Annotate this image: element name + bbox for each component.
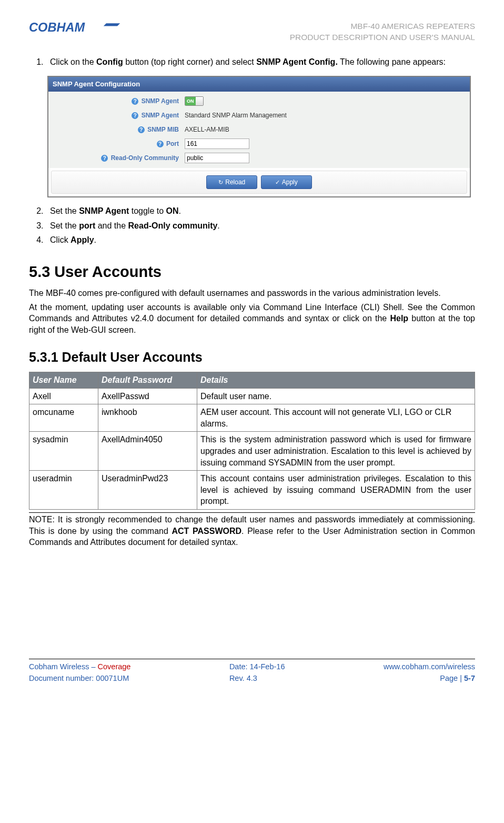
footer-middle: Date: 14-Feb-16 Rev. 4.3 <box>229 661 285 685</box>
table-row: Axell AxellPasswd Default user name. <box>29 388 475 404</box>
step-3: Set the port and the Read-Only community… <box>46 220 475 232</box>
reload-button[interactable]: ↻Reload <box>206 175 257 189</box>
help-icon[interactable]: ? <box>132 112 138 119</box>
row-port: ? Port <box>48 137 470 151</box>
footer-left: Cobham Wireless – Coverage Document numb… <box>29 661 130 685</box>
community-input[interactable] <box>185 153 249 163</box>
doc-title-line1: MBF-40 AMERICAS REPEATERS <box>290 21 475 32</box>
help-icon[interactable]: ? <box>132 98 138 105</box>
panel-buttons: ↻Reload ✓Apply <box>51 171 467 194</box>
step-1: Click on the Config button (top right co… <box>46 56 475 68</box>
help-icon[interactable]: ? <box>157 141 164 147</box>
help-icon[interactable]: ? <box>101 155 108 162</box>
table-row: sysadmin AxellAdmin4050 This is the syst… <box>29 432 475 471</box>
row-agent-toggle: ? SNMP Agent ON <box>48 94 470 108</box>
step-2: Set the SNMP Agent toggle to ON. <box>46 205 475 217</box>
document-title: MBF-40 AMERICAS REPEATERS PRODUCT DESCRI… <box>290 21 475 43</box>
page-header: COBHAM MBF-40 AMERICAS REPEATERS PRODUCT… <box>29 21 475 43</box>
step-list-bottom: Set the SNMP Agent toggle to ON. Set the… <box>29 205 475 246</box>
step-4: Click Apply. <box>46 234 475 246</box>
footer-url: www.cobham.com/wireless <box>384 661 475 673</box>
table-row: useradmin UseradminPwd23 This account co… <box>29 471 475 510</box>
agent-desc-value: Standard SNMP Alarm Management <box>182 111 287 120</box>
help-icon[interactable]: ? <box>138 126 145 133</box>
step-list-top: Click on the Config button (top right co… <box>29 56 475 68</box>
doc-title-line2: PRODUCT DESCRIPTION AND USER'S MANUAL <box>290 32 475 43</box>
snmp-config-screenshot: SNMP Agent Configuration ? SNMP Agent ON… <box>47 76 471 197</box>
svg-text:COBHAM: COBHAM <box>29 21 86 34</box>
row-agent-desc: ? SNMP Agent Standard SNMP Alarm Managem… <box>48 108 470 123</box>
th-details: Details <box>197 372 475 389</box>
company-logo: COBHAM <box>29 21 121 35</box>
table-note: NOTE: It is strongly recommended to chan… <box>29 512 475 548</box>
snmp-agent-toggle[interactable]: ON <box>185 96 204 106</box>
panel-title: SNMP Agent Configuration <box>48 77 470 92</box>
th-username: User Name <box>29 372 98 389</box>
mib-value: AXELL-AM-MIB <box>182 125 229 134</box>
table-row: omcuname iwnkhoob AEM user account. This… <box>29 404 475 432</box>
reload-icon: ↻ <box>218 179 223 185</box>
panel-body: ? SNMP Agent ON ? SNMP Agent Standard SN… <box>48 92 470 168</box>
footer-right: www.cobham.com/wireless Page | 5-7 <box>384 661 475 685</box>
row-community: ? Read-Only Community <box>48 151 470 165</box>
port-input[interactable] <box>185 138 249 149</box>
sect53-p2: At the moment, updating user accounts is… <box>29 302 475 336</box>
th-password: Default Password <box>98 372 197 389</box>
user-accounts-table: User Name Default Password Details Axell… <box>29 372 475 510</box>
heading-5-3: 5.3 User Accounts <box>29 262 475 282</box>
check-icon: ✓ <box>275 179 280 185</box>
heading-5-3-1: 5.3.1 Default User Accounts <box>29 349 475 366</box>
apply-button[interactable]: ✓Apply <box>261 175 312 189</box>
sect53-p1: The MBF-40 comes pre-configured with def… <box>29 287 475 299</box>
row-mib: ? SNMP MIB AXELL-AM-MIB <box>48 123 470 137</box>
page-footer: Cobham Wireless – Coverage Document numb… <box>29 659 475 685</box>
